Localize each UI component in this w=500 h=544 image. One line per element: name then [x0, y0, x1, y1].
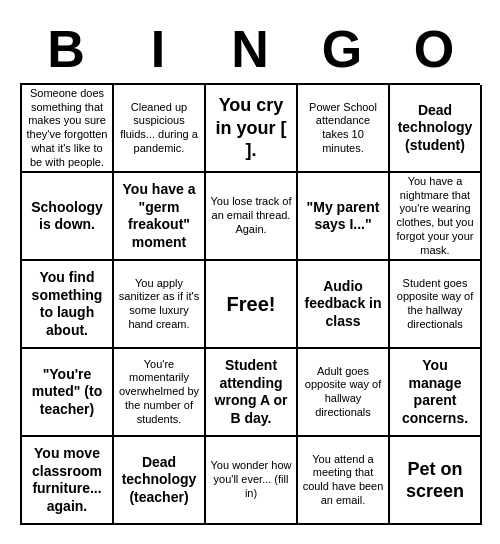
bingo-cell-22[interactable]: You wonder how you'll ever... (fill in): [206, 437, 298, 525]
bingo-cell-0[interactable]: Someone does something that makes you su…: [22, 85, 114, 173]
bingo-cell-11[interactable]: You apply sanitizer as if it's some luxu…: [114, 261, 206, 349]
bingo-cell-10[interactable]: You find something to laugh about.: [22, 261, 114, 349]
bingo-cell-13[interactable]: Audio feedback in class: [298, 261, 390, 349]
bingo-cell-21[interactable]: Dead technology (teacher): [114, 437, 206, 525]
bingo-cell-17[interactable]: Student attending wrong A or B day.: [206, 349, 298, 437]
bingo-cell-4[interactable]: Dead technology (student): [390, 85, 482, 173]
bingo-card: B I N G O Someone does something that ma…: [10, 9, 490, 535]
bingo-cell-3[interactable]: Power School attendance takes 10 minutes…: [298, 85, 390, 173]
bingo-cell-8[interactable]: "My parent says I...": [298, 173, 390, 261]
letter-g: G: [298, 19, 386, 79]
bingo-cell-18[interactable]: Adult goes opposite way of hallway direc…: [298, 349, 390, 437]
bingo-cell-14[interactable]: Student goes opposite way of the hallway…: [390, 261, 482, 349]
bingo-cell-1[interactable]: Cleaned up suspicious fluids... during a…: [114, 85, 206, 173]
letter-b: B: [22, 19, 110, 79]
bingo-cell-9[interactable]: You have a nightmare that you're wearing…: [390, 173, 482, 261]
bingo-cell-5[interactable]: Schoology is down.: [22, 173, 114, 261]
letter-n: N: [206, 19, 294, 79]
bingo-cell-20[interactable]: You move classroom furniture... again.: [22, 437, 114, 525]
bingo-cell-24[interactable]: Pet on screen: [390, 437, 482, 525]
bingo-cell-23[interactable]: You attend a meeting that could have bee…: [298, 437, 390, 525]
letter-o: O: [390, 19, 478, 79]
bingo-cell-7[interactable]: You lose track of an email thread. Again…: [206, 173, 298, 261]
bingo-cell-2[interactable]: You cry in your [ ].: [206, 85, 298, 173]
bingo-cell-6[interactable]: You have a "germ freakout" moment: [114, 173, 206, 261]
bingo-header: B I N G O: [20, 19, 480, 79]
bingo-cell-15[interactable]: "You're muted" (to teacher): [22, 349, 114, 437]
letter-i: I: [114, 19, 202, 79]
bingo-grid: Someone does something that makes you su…: [20, 83, 480, 525]
bingo-cell-19[interactable]: You manage parent concerns.: [390, 349, 482, 437]
bingo-cell-12[interactable]: Free!: [206, 261, 298, 349]
bingo-cell-16[interactable]: You're momentarily overwhelmed by the nu…: [114, 349, 206, 437]
